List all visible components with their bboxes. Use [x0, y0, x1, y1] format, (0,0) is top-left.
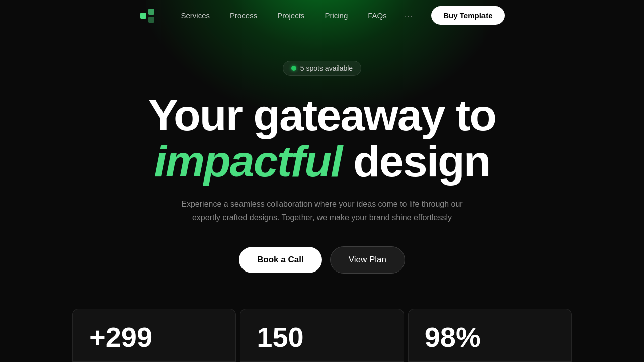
stat-number-1: 150 — [257, 323, 387, 351]
buy-template-button[interactable]: Buy Template — [431, 6, 504, 25]
hero-title-line2: impactful design — [148, 138, 496, 185]
nav-link-services[interactable]: Services — [172, 7, 219, 24]
hero-section: 5 spots available Your gateaway to impac… — [0, 31, 644, 274]
stat-number-2: 98% — [425, 323, 555, 351]
view-plan-button[interactable]: View Plan — [330, 246, 405, 274]
nav-link-faqs[interactable]: FAQs — [359, 7, 396, 24]
availability-text: 5 spots available — [300, 64, 353, 72]
book-call-button[interactable]: Book a Call — [239, 247, 322, 273]
nav-link-projects[interactable]: Projects — [268, 7, 313, 24]
hero-subtitle: Experience a seamless collaboration wher… — [181, 197, 463, 224]
nav-more-icon[interactable]: ··· — [398, 7, 420, 24]
hero-title-green: impactful — [154, 136, 342, 186]
navbar: Services Process Projects Pricing FAQs ·… — [0, 0, 644, 31]
availability-dot — [291, 66, 296, 71]
nav-links: Services Process Projects Pricing FAQs ·… — [172, 7, 419, 24]
stat-number-0: +299 — [89, 323, 219, 351]
stat-card-0: +299 — [72, 309, 236, 362]
svg-rect-2 — [148, 17, 154, 23]
stat-card-2: 98% — [408, 309, 572, 362]
nav-link-process[interactable]: Process — [221, 7, 266, 24]
hero-title-design: design — [353, 136, 490, 186]
hero-buttons: Book a Call View Plan — [239, 246, 405, 274]
svg-rect-0 — [140, 13, 146, 19]
hero-title: Your gateaway to impactful design — [148, 92, 496, 185]
logo[interactable] — [139, 8, 155, 24]
hero-title-line1: Your gateaway to — [148, 92, 496, 138]
stats-section: +299 150 98% — [0, 309, 644, 362]
availability-badge: 5 spots available — [283, 61, 361, 76]
svg-rect-1 — [148, 9, 154, 15]
stat-card-1: 150 — [240, 309, 404, 362]
nav-link-pricing[interactable]: Pricing — [315, 7, 357, 24]
